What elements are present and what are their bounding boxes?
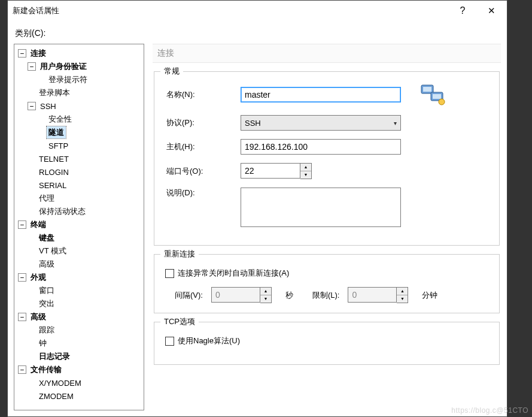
svg-point-4 (439, 99, 445, 105)
tree-trace[interactable]: 跟踪 (37, 324, 56, 336)
limit-spinner: ▲▼ (348, 287, 414, 303)
tree-bell[interactable]: 钟 (37, 337, 48, 349)
category-label: 类别(C): (8, 21, 507, 41)
protocol-value: SSH (245, 119, 261, 128)
spin-down-icon: ▼ (397, 295, 408, 303)
port-label: 端口号(O): (163, 166, 241, 177)
category-tree[interactable]: −连接 −用户身份验证 登录提示符 登录脚本 −SSH 安全性 隧道 SFTP (14, 44, 144, 410)
tree-adv-term[interactable]: 高级 (37, 258, 56, 270)
desc-textarea[interactable] (241, 188, 401, 227)
name-input[interactable] (241, 87, 401, 102)
collapse-icon[interactable]: − (18, 273, 26, 282)
protocol-select[interactable]: SSH ▾ (241, 115, 401, 131)
port-spinner[interactable]: ▲ ▼ (241, 163, 318, 179)
nagle-checkbox[interactable] (165, 337, 174, 346)
tree-telnet[interactable]: TELNET (37, 154, 71, 164)
interval-unit: 秒 (285, 290, 293, 301)
tree-xymodem[interactable]: X/YMODEM (37, 378, 83, 388)
host-input[interactable] (241, 139, 401, 155)
collapse-icon[interactable]: − (18, 313, 26, 321)
protocol-label: 协议(P): (163, 117, 241, 128)
titlebar: 新建会话属性 ? ✕ (8, 1, 507, 21)
spin-up-icon[interactable]: ▲ (300, 164, 311, 171)
spin-down-icon: ▼ (260, 295, 271, 303)
auto-reconnect-label: 连接异常关闭时自动重新连接(A) (178, 268, 289, 279)
tree-security[interactable]: 安全性 (47, 113, 74, 125)
host-label: 主机(H): (163, 141, 241, 152)
limit-unit: 分钟 (422, 290, 437, 301)
spin-up-icon: ▲ (397, 288, 408, 295)
tree-vtmode[interactable]: VT 模式 (37, 245, 68, 257)
interval-spinner: ▲▼ (211, 287, 277, 303)
tree-keyboard[interactable]: 键盘 (37, 232, 56, 244)
tree-advanced[interactable]: 高级 (29, 311, 48, 323)
tree-logging[interactable]: 日志记录 (37, 350, 72, 362)
reconnect-group: 重新连接 连接异常关闭时自动重新连接(A) 间隔(V): ▲▼ 秒 限制(L): (154, 254, 500, 313)
panel-header: 连接 (153, 44, 501, 63)
session-properties-dialog: 新建会话属性 ? ✕ 类别(C): −连接 −用户身份验证 登录提示符 登录脚本… (7, 0, 507, 417)
tree-appearance[interactable]: 外观 (29, 271, 48, 283)
tree-zmodem[interactable]: ZMODEM (37, 391, 75, 401)
tree-rlogin[interactable]: RLOGIN (37, 167, 71, 177)
tree-login-prompt[interactable]: 登录提示符 (47, 74, 89, 86)
collapse-icon[interactable]: − (18, 220, 26, 229)
nagle-label: 使用Nagle算法(U) (178, 336, 240, 346)
hosts-icon (419, 83, 448, 107)
auto-reconnect-checkbox[interactable] (165, 269, 174, 278)
tree-serial[interactable]: SERIAL (37, 180, 68, 191)
general-group: 常规 名称(N): 协议(P): SSH (154, 71, 500, 246)
general-legend: 常规 (160, 66, 183, 77)
name-label: 名称(N): (163, 89, 241, 100)
watermark: https://blog.c@51CTO (451, 406, 528, 415)
close-button[interactable]: ✕ (477, 2, 506, 20)
limit-label: 限制(L): (312, 290, 340, 301)
desc-label: 说明(D): (163, 188, 241, 198)
tcp-legend: TCP选项 (160, 316, 199, 327)
help-button[interactable]: ? (448, 2, 477, 20)
spin-up-icon: ▲ (260, 288, 271, 295)
collapse-icon[interactable]: − (18, 49, 26, 58)
limit-input (348, 287, 397, 303)
port-input[interactable] (241, 163, 300, 179)
reconnect-legend: 重新连接 (160, 249, 199, 259)
collapse-icon[interactable]: − (18, 365, 26, 374)
collapse-icon[interactable]: − (28, 62, 36, 71)
tree-terminal[interactable]: 终端 (29, 219, 48, 231)
tree-connection[interactable]: 连接 (29, 47, 48, 59)
tcp-group: TCP选项 使用Nagle算法(U) (154, 322, 500, 365)
interval-input (211, 287, 260, 303)
tree-keepalive[interactable]: 保持活动状态 (37, 206, 87, 217)
spin-down-icon[interactable]: ▼ (300, 171, 311, 179)
dialog-title: 新建会话属性 (13, 5, 448, 16)
tree-sftp[interactable]: SFTP (47, 141, 70, 151)
chevron-down-icon: ▾ (394, 120, 397, 126)
settings-panel: 连接 常规 名称(N): 协议(P): (144, 44, 501, 410)
tree-file-transfer[interactable]: 文件传输 (29, 364, 63, 376)
tree-login-script[interactable]: 登录脚本 (37, 87, 72, 99)
tree-auth[interactable]: 用户身份验证 (38, 61, 89, 72)
interval-label: 间隔(V): (175, 290, 203, 301)
svg-rect-3 (433, 94, 441, 99)
svg-rect-1 (423, 87, 431, 92)
tree-window[interactable]: 窗口 (37, 285, 56, 297)
tree-tunnel[interactable]: 隧道 (47, 126, 66, 138)
tree-proxy[interactable]: 代理 (37, 192, 56, 204)
tree-ssh[interactable]: SSH (38, 101, 58, 111)
collapse-icon[interactable]: − (28, 102, 36, 110)
tree-highlight[interactable]: 突出 (37, 298, 56, 310)
